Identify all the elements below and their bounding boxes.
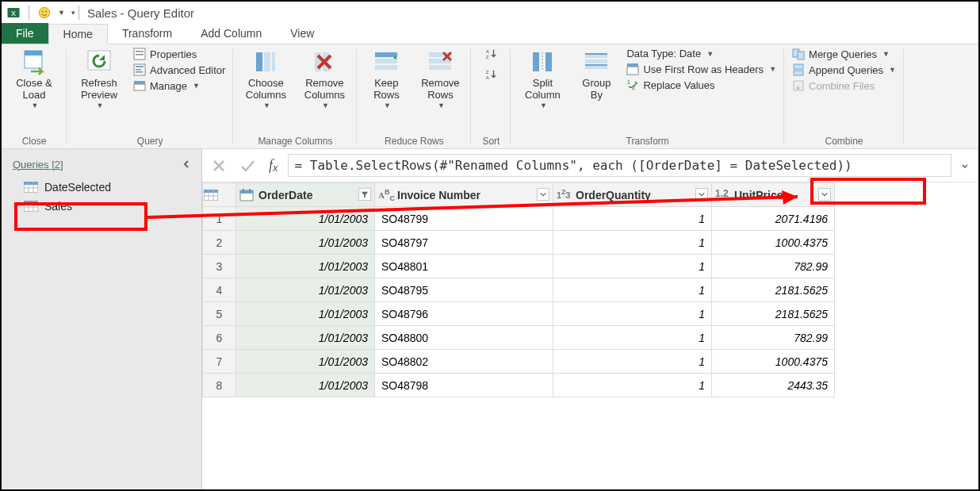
cell-invoice[interactable]: SO48795 <box>375 278 553 302</box>
filter-applied-icon[interactable] <box>358 188 371 201</box>
filter-dropdown-icon[interactable] <box>695 188 708 201</box>
cell-orderqty[interactable]: 1 <box>553 374 712 397</box>
cell-invoice[interactable]: SO48799 <box>375 207 553 231</box>
replace-values-button[interactable]: 12 Replace Values <box>626 79 776 91</box>
cell-orderqty[interactable]: 1 <box>553 231 712 255</box>
cell-orderdate[interactable]: 1/01/2003 <box>236 326 375 350</box>
tab-view[interactable]: View <box>276 23 328 44</box>
table-row[interactable]: 11/01/2003SO4879912071.4196 <box>203 207 835 231</box>
data-type-button[interactable]: Data Type: Date ▼ <box>626 48 776 59</box>
remove-columns-button[interactable]: Remove Columns ▼ <box>300 48 349 109</box>
cell-orderdate[interactable]: 1/01/2003 <box>236 278 375 302</box>
accept-formula-button[interactable] <box>235 154 259 178</box>
cell-orderqty[interactable]: 1 <box>553 350 712 374</box>
table-row[interactable]: 31/01/2003SO488011782.99 <box>203 255 835 278</box>
data-grid[interactable]: OrderDate ABC Invoice Number 123 OrderQu… <box>202 182 978 397</box>
cell-orderqty[interactable]: 1 <box>553 207 712 231</box>
row-number[interactable]: 6 <box>203 326 236 350</box>
query-item-sales[interactable]: Sales <box>2 197 201 216</box>
cell-unitprice[interactable]: 1000.4375 <box>712 350 835 374</box>
column-header-unitprice[interactable]: 1.2 UnitPrice <box>712 183 835 207</box>
tab-transform[interactable]: Transform <box>108 23 186 44</box>
first-row-headers-button[interactable]: Use First Row as Headers ▼ <box>626 63 776 75</box>
manage-label: Manage <box>150 80 187 92</box>
query-item-dateselected[interactable]: DateSelected <box>2 178 201 197</box>
fx-icon[interactable]: fx <box>264 157 283 174</box>
cell-orderdate[interactable]: 1/01/2003 <box>236 350 375 374</box>
column-header-invoice[interactable]: ABC Invoice Number <box>375 183 553 207</box>
cell-invoice[interactable]: SO48801 <box>375 255 553 278</box>
row-number[interactable]: 4 <box>203 278 236 302</box>
cell-invoice[interactable]: SO48797 <box>375 231 553 255</box>
cell-unitprice[interactable]: 782.99 <box>712 255 835 278</box>
tab-home[interactable]: Home <box>48 24 108 44</box>
group-by-button[interactable]: Group By <box>576 48 617 102</box>
cell-unitprice[interactable]: 782.99 <box>712 326 835 350</box>
cell-orderqty[interactable]: 1 <box>553 302 712 326</box>
filter-dropdown-icon[interactable] <box>537 188 549 201</box>
tab-add-column[interactable]: Add Column <box>186 23 276 44</box>
cell-invoice[interactable]: SO48796 <box>375 302 553 326</box>
formula-input[interactable]: = Table.SelectRows(#"Renamed Columns", e… <box>288 154 951 177</box>
replace-values-label: Replace Values <box>643 79 714 91</box>
cell-unitprice[interactable]: 2181.5625 <box>712 302 835 326</box>
table-row[interactable]: 81/01/2003SO4879812443.35 <box>203 374 835 397</box>
queries-header[interactable]: Queries [2] <box>13 159 63 171</box>
cell-orderqty[interactable]: 1 <box>553 278 712 302</box>
advanced-editor-button[interactable]: Advanced Editor <box>133 63 225 76</box>
table-row[interactable]: 51/01/2003SO4879612181.5625 <box>203 302 835 326</box>
tab-file[interactable]: File <box>2 23 48 44</box>
group-close-label: Close <box>10 134 59 147</box>
column-header-orderqty[interactable]: 123 OrderQuantity <box>553 183 712 207</box>
formula-expand-button[interactable] <box>956 161 974 171</box>
table-row[interactable]: 41/01/2003SO4879512181.5625 <box>203 278 835 302</box>
title-bar: X ▼ ▾ Sales - Query Editor <box>2 2 978 24</box>
row-number[interactable]: 3 <box>203 255 236 278</box>
qat-smiley-dropdown-icon[interactable]: ▼ <box>58 9 65 17</box>
close-load-button[interactable]: Close & Load ▼ <box>10 48 59 109</box>
append-queries-button[interactable]: Append Queries ▼ <box>792 63 896 76</box>
sort-desc-button[interactable]: ZA <box>484 68 497 81</box>
cell-orderdate[interactable]: 1/01/2003 <box>236 302 375 326</box>
keep-rows-button[interactable]: Keep Rows ▼ <box>365 48 408 109</box>
cell-orderdate[interactable]: 1/01/2003 <box>236 374 375 397</box>
cell-orderqty[interactable]: 1 <box>553 255 712 278</box>
table-row[interactable]: 71/01/2003SO4880211000.4375 <box>203 350 835 374</box>
cell-unitprice[interactable]: 2443.35 <box>712 374 835 397</box>
refresh-preview-button[interactable]: Refresh Preview ▼ <box>75 48 124 109</box>
cell-invoice[interactable]: SO48798 <box>375 374 553 397</box>
merge-queries-button[interactable]: Merge Queries ▼ <box>792 48 896 60</box>
row-number[interactable]: 1 <box>203 207 236 231</box>
cancel-formula-button[interactable] <box>207 154 231 178</box>
qat-customize-dropdown-icon[interactable]: ▾ <box>71 9 75 17</box>
split-column-button[interactable]: Split Column ▼ <box>519 48 566 109</box>
sort-asc-button[interactable]: AZ <box>484 48 497 60</box>
row-number[interactable]: 7 <box>203 350 236 374</box>
svg-rect-37 <box>627 63 638 67</box>
table-row[interactable]: 61/01/2003SO488001782.99 <box>203 326 835 350</box>
choose-columns-button[interactable]: Choose Columns ▼ <box>241 48 290 109</box>
cell-invoice[interactable]: SO48802 <box>375 350 553 374</box>
cell-unitprice[interactable]: 2071.4196 <box>712 207 835 231</box>
table-row[interactable]: 21/01/2003SO4879711000.4375 <box>203 231 835 255</box>
sidebar-collapse-button[interactable] <box>179 157 193 171</box>
cell-orderdate[interactable]: 1/01/2003 <box>236 255 375 278</box>
cell-orderqty[interactable]: 1 <box>553 326 712 350</box>
rownum-header[interactable] <box>203 183 236 207</box>
row-number[interactable]: 2 <box>203 231 236 255</box>
properties-button[interactable]: Properties <box>133 48 225 60</box>
qat-smiley-icon[interactable] <box>36 4 53 21</box>
manage-dropdown-icon: ▼ <box>193 82 200 90</box>
filter-dropdown-icon[interactable] <box>818 188 831 201</box>
cell-unitprice[interactable]: 2181.5625 <box>712 278 835 302</box>
cell-orderdate[interactable]: 1/01/2003 <box>236 207 375 231</box>
cell-invoice[interactable]: SO48800 <box>375 326 553 350</box>
manage-button[interactable]: Manage ▼ <box>133 79 225 92</box>
svg-point-3 <box>42 10 44 12</box>
cell-unitprice[interactable]: 1000.4375 <box>712 231 835 255</box>
column-header-orderdate[interactable]: OrderDate <box>236 183 375 207</box>
row-number[interactable]: 8 <box>203 374 236 397</box>
cell-orderdate[interactable]: 1/01/2003 <box>236 231 375 255</box>
row-number[interactable]: 5 <box>203 302 236 326</box>
remove-rows-button[interactable]: Remove Rows ▼ <box>417 48 463 109</box>
